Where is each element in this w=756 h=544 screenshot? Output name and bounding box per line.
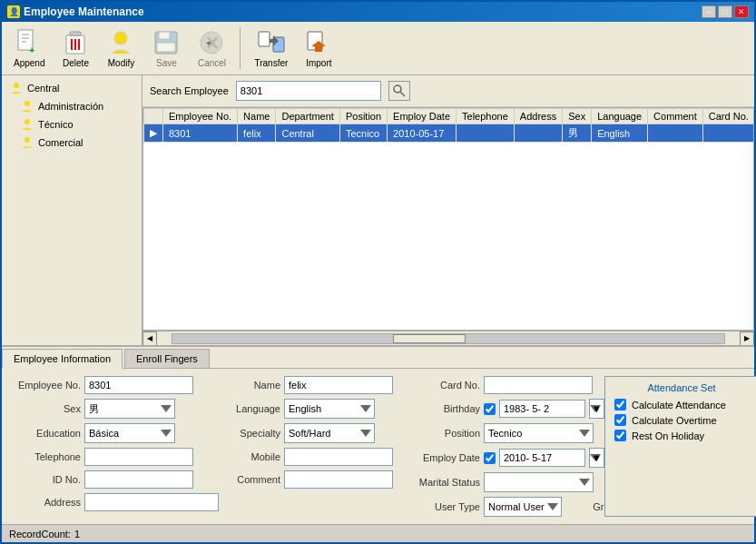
calc-overtime-label: Calculate Overtime <box>632 415 717 426</box>
minimize-button[interactable]: – <box>702 5 716 18</box>
close-button[interactable]: ✕ <box>734 5 749 18</box>
col-address[interactable]: Address <box>514 109 562 124</box>
sidebar-label-admin: Administración <box>38 101 103 112</box>
calc-attendance-checkbox[interactable] <box>614 399 626 410</box>
transfer-icon <box>257 28 286 57</box>
cancel-label: Cancel <box>198 58 226 68</box>
svg-point-10 <box>114 32 127 45</box>
id-no-label: ID No. <box>13 474 81 485</box>
sex-label: Sex <box>13 403 81 414</box>
sidebar-item-central[interactable]: Central <box>5 79 138 97</box>
admin-icon <box>20 99 34 114</box>
scroll-track[interactable] <box>172 333 725 344</box>
language-label: Language <box>212 403 280 414</box>
user-type-select[interactable]: Normal UserAdmin <box>484 497 562 517</box>
tab-employee-information[interactable]: Employee Information <box>2 349 123 369</box>
employee-no-label: Employee No. <box>13 380 81 391</box>
svg-point-22 <box>394 85 401 93</box>
sidebar-item-comercial[interactable]: Comercial <box>5 134 138 152</box>
employ-date-label: Employ Date <box>412 452 480 463</box>
main-area: Central Administración Técnico Comercial… <box>2 75 754 345</box>
user-type-label: User Type <box>412 501 480 512</box>
col-employ-date[interactable]: Employ Date <box>388 109 457 124</box>
telephone-input[interactable] <box>84 448 193 466</box>
delete-button[interactable]: Delete <box>54 25 96 71</box>
comment-input[interactable] <box>284 470 393 489</box>
table-row[interactable]: ▶8301felixCentralTecnico2010-05-17男Engli… <box>144 124 755 143</box>
comment-label: Comment <box>212 474 280 485</box>
mobile-input[interactable] <box>284 448 393 466</box>
name-input[interactable] <box>284 376 393 394</box>
employ-date-input[interactable] <box>499 449 585 467</box>
marital-status-label: Marital Status <box>412 477 480 488</box>
sidebar: Central Administración Técnico Comercial <box>2 75 142 345</box>
import-button[interactable]: Import <box>298 25 339 71</box>
scroll-right-arrow[interactable]: ▶ <box>740 331 754 346</box>
col-comment[interactable]: Comment <box>648 109 703 124</box>
sidebar-item-tecnico[interactable]: Técnico <box>5 115 138 134</box>
marital-status-select[interactable]: SingleMarried <box>484 472 594 492</box>
maximize-button[interactable]: □ <box>718 5 732 18</box>
specialty-select[interactable]: Soft/Hard <box>284 423 375 443</box>
rest-on-holiday-label: Rest On Holiday <box>632 430 704 441</box>
col-telephone[interactable]: Telephone <box>457 109 515 124</box>
import-icon <box>304 28 333 57</box>
employee-form: Employee No. Sex 男女 Education BásicaMedi… <box>2 369 754 524</box>
append-button[interactable]: + Append <box>7 25 51 71</box>
central-icon <box>9 81 24 95</box>
toolbar: + Append Delete Modify Save Can <box>2 22 754 75</box>
svg-point-21 <box>25 137 30 143</box>
calc-overtime-checkbox[interactable] <box>614 414 626 426</box>
employee-no-input[interactable] <box>84 376 193 394</box>
search-label: Search Employee <box>150 85 229 96</box>
cancel-button[interactable]: Cancel <box>191 25 232 71</box>
rest-on-holiday-checkbox[interactable] <box>614 430 626 441</box>
id-no-input[interactable] <box>84 470 193 489</box>
transfer-label: Transfer <box>254 58 288 68</box>
birthday-label: Birthday <box>412 403 480 414</box>
transfer-button[interactable]: Transfer <box>248 25 294 71</box>
scroll-thumb[interactable] <box>393 334 466 343</box>
modify-label: Modify <box>108 58 134 68</box>
tab-enroll-fingers[interactable]: Enroll Fingers <box>124 349 210 368</box>
col-name[interactable]: Name <box>238 109 276 124</box>
employ-date-dropdown[interactable]: ▼ <box>589 448 604 468</box>
svg-rect-15 <box>259 32 270 46</box>
employee-table[interactable]: Employee No. Name Department Position Em… <box>142 107 754 331</box>
horizontal-scrollbar[interactable]: ◀ ▶ <box>142 331 754 345</box>
name-label: Name <box>212 380 280 391</box>
employ-date-checkbox[interactable] <box>484 452 496 464</box>
svg-rect-13 <box>157 43 175 52</box>
window-title: Employee Maintenance <box>24 5 144 18</box>
address-input[interactable] <box>84 493 219 511</box>
delete-label: Delete <box>63 58 89 68</box>
sex-select[interactable]: 男女 <box>84 399 175 419</box>
sidebar-item-administracion[interactable]: Administración <box>5 97 138 115</box>
birthday-checkbox[interactable] <box>484 403 496 415</box>
birthday-dropdown[interactable]: ▼ <box>589 399 604 419</box>
record-count-label: RecordCount: <box>9 529 71 539</box>
search-input[interactable] <box>236 81 381 101</box>
svg-point-19 <box>25 101 30 106</box>
col-card-no[interactable]: Card No. <box>702 109 754 124</box>
language-select[interactable]: EnglishChinese <box>284 399 375 419</box>
col-department[interactable]: Department <box>276 109 339 124</box>
search-button[interactable] <box>388 81 410 101</box>
col-sex[interactable]: Sex <box>563 109 592 124</box>
modify-button[interactable]: Modify <box>100 25 142 71</box>
card-no-input[interactable] <box>484 376 593 394</box>
svg-rect-12 <box>159 32 170 39</box>
col-position[interactable]: Position <box>339 109 387 124</box>
scroll-left-arrow[interactable]: ◀ <box>142 331 157 346</box>
col-language[interactable]: Language <box>592 109 648 124</box>
content-area: Search Employee Employee No. Name Depart… <box>142 75 754 345</box>
record-count-value: 1 <box>74 529 80 539</box>
mobile-label: Mobile <box>212 451 280 462</box>
col-employee-no[interactable]: Employee No. <box>163 109 238 124</box>
birthday-input[interactable] <box>499 400 585 418</box>
education-select[interactable]: BásicaMediaSuperior <box>84 423 175 443</box>
sidebar-label-central: Central <box>27 83 59 94</box>
position-select[interactable]: Tecnico <box>484 423 594 443</box>
save-button[interactable]: Save <box>145 25 187 71</box>
search-bar: Search Employee <box>142 75 754 107</box>
